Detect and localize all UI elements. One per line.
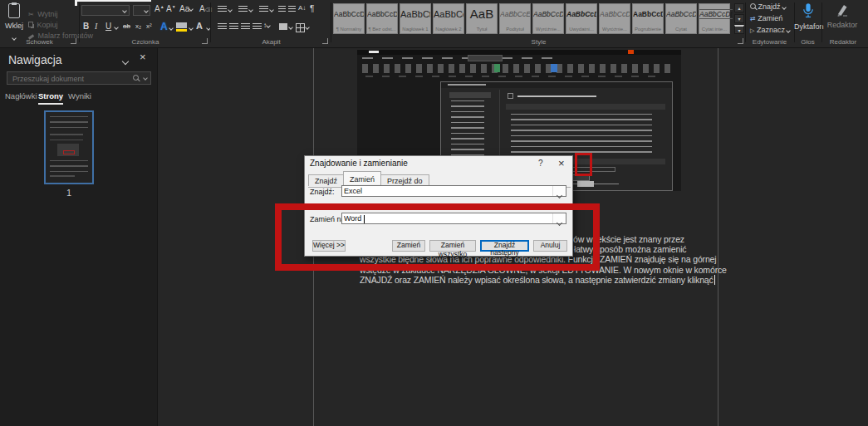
- multilevel-list-icon[interactable]: [259, 6, 268, 12]
- styles-dialog-launcher[interactable]: [738, 38, 743, 44]
- style-intense-quote[interactable]: AaBbCcDtCytat inte...: [699, 3, 730, 34]
- align-left-icon[interactable]: [218, 23, 227, 30]
- search-icon: [750, 3, 756, 9]
- style-title[interactable]: AaBTytuł: [466, 3, 498, 34]
- borders-icon[interactable]: [296, 23, 305, 32]
- chevron-down-icon[interactable]: [269, 7, 274, 12]
- style-subtle-emphasis[interactable]: AaBbCcDtWyróżnie...: [532, 3, 564, 34]
- style-heading1[interactable]: AaBbCtNagłówek 1: [400, 3, 431, 34]
- style-emphasis[interactable]: AaBbCcDtUwydatni...: [566, 3, 597, 34]
- find-button[interactable]: Znajdź: [750, 2, 786, 11]
- thumbnail-text-lines: [50, 134, 83, 142]
- align-center-icon[interactable]: [229, 23, 238, 30]
- chevron-down-icon: [189, 7, 194, 12]
- bold-button[interactable]: B: [83, 22, 89, 31]
- find-label: Znajdź:: [310, 188, 335, 196]
- paste-button[interactable]: Wklej: [2, 2, 26, 37]
- chevron-down-icon[interactable]: [114, 25, 119, 30]
- select-button[interactable]: ▷ Zaznacz: [750, 26, 790, 34]
- mini-icon-blue: [551, 64, 557, 72]
- search-input[interactable]: [11, 73, 126, 85]
- font-dialog-launcher[interactable]: [202, 38, 208, 44]
- gallery-scroll-up-button[interactable]: ▴: [734, 3, 744, 12]
- shrink-font-button[interactable]: A▼: [166, 4, 176, 13]
- text-cursor: ​: [714, 275, 715, 285]
- text-effects-button[interactable]: A: [160, 21, 168, 32]
- font-name-combobox[interactable]: [81, 5, 130, 16]
- help-icon[interactable]: ?: [538, 159, 543, 168]
- justify-icon[interactable]: [253, 23, 262, 30]
- page-thumbnail[interactable]: [44, 110, 94, 184]
- font-color-button[interactable]: A: [196, 21, 203, 31]
- gallery-scroll-down-button[interactable]: ▾: [734, 14, 744, 23]
- change-case-button[interactable]: Aa: [179, 4, 193, 13]
- gallery-more-button[interactable]: ▾: [734, 25, 744, 34]
- font-group-label: Czcionka: [81, 38, 210, 46]
- italic-button[interactable]: I: [95, 22, 97, 31]
- chevron-down-icon[interactable]: [248, 7, 253, 12]
- highlight-color-button[interactable]: [176, 22, 187, 28]
- style-strong[interactable]: AaBbCcDcPogrubienie: [632, 3, 664, 34]
- mini-checkbox-rows: [511, 114, 652, 154]
- tab-find[interactable]: Znajdź: [308, 174, 344, 186]
- chevron-down-icon[interactable]: [122, 58, 129, 65]
- mini-section-bar: [506, 104, 665, 110]
- navigation-title: Nawigacja: [8, 53, 62, 66]
- clipboard-clip: [12, 2, 17, 5]
- clipboard-dialog-launcher[interactable]: [71, 38, 76, 44]
- style-heading2[interactable]: AaBbCcENagłówek 2: [433, 3, 464, 34]
- style-intense-emphasis[interactable]: AaBbCcDtWyróżnie...: [599, 3, 630, 34]
- chevron-down-icon[interactable]: [169, 26, 174, 31]
- sort-icon[interactable]: A↓: [298, 4, 306, 12]
- style-no-spacing[interactable]: AaBbCcDc¶ Bez odst...: [366, 3, 398, 34]
- shading-icon[interactable]: [279, 23, 287, 30]
- nav-tab-pages[interactable]: Strony: [38, 91, 63, 105]
- find-dropdown-button[interactable]: [552, 186, 566, 196]
- chevron-down-icon: [787, 28, 792, 33]
- strikethrough-button[interactable]: ab: [123, 22, 130, 30]
- bullet-list-icon[interactable]: [218, 6, 227, 12]
- find-input[interactable]: [344, 186, 535, 196]
- chevron-down-icon[interactable]: [189, 26, 194, 31]
- superscript-button[interactable]: x²: [146, 22, 152, 30]
- mini-close-highlight: [628, 50, 634, 54]
- thumbnail-text-lines: [50, 160, 88, 172]
- chevron-down-icon[interactable]: [288, 25, 293, 30]
- close-icon[interactable]: ×: [558, 157, 565, 169]
- style-quote[interactable]: AaBbCcDtCytat: [665, 3, 697, 34]
- pilcrow-icon[interactable]: ¶: [310, 4, 314, 13]
- chevron-down-icon[interactable]: [143, 76, 148, 81]
- nav-tab-results[interactable]: Wyniki: [68, 91, 91, 100]
- find-combobox[interactable]: [341, 185, 566, 197]
- grow-font-button[interactable]: A▲: [154, 4, 164, 13]
- paragraph-dialog-launcher[interactable]: [322, 38, 328, 44]
- editor-label: Redaktor: [823, 21, 861, 29]
- dictate-button[interactable]: Dyktafon: [794, 2, 821, 31]
- highlight-color-bar: [176, 29, 187, 32]
- chevron-down-icon: [144, 8, 149, 13]
- font-size-combobox[interactable]: [133, 5, 150, 16]
- increase-indent-icon[interactable]: [288, 6, 296, 12]
- replace-button[interactable]: ⇄ Zamień: [750, 14, 782, 22]
- numbered-list-icon[interactable]: [238, 6, 248, 12]
- search-box[interactable]: [7, 71, 151, 85]
- style-normal[interactable]: AaBbCcDc¶ Normalny: [333, 3, 365, 34]
- thumbnail-text-lines: [50, 116, 88, 131]
- tab-replace[interactable]: Zamień: [343, 171, 381, 184]
- subscript-button[interactable]: x₂: [135, 22, 141, 30]
- line-spacing-icon[interactable]: ↕: [263, 22, 270, 29]
- style-subtitle[interactable]: AaBbCcEPodtytuł: [499, 3, 531, 34]
- nav-tab-headings[interactable]: Nagłówki: [5, 91, 37, 100]
- chevron-down-icon[interactable]: [228, 7, 233, 12]
- screen-artifact: [75, 0, 77, 6]
- editor-button[interactable]: Redaktor: [823, 3, 861, 29]
- align-right-icon[interactable]: [241, 23, 250, 30]
- tab-goto[interactable]: Przejdź do: [380, 174, 429, 186]
- thumbnail-text-lines: [50, 175, 75, 180]
- decrease-indent-icon[interactable]: [278, 6, 286, 12]
- close-icon[interactable]: ×: [140, 51, 146, 63]
- thumbnail-image: [57, 144, 79, 156]
- styles-group-label: Style: [332, 38, 745, 46]
- underline-button[interactable]: U: [105, 22, 111, 31]
- chevron-down-icon[interactable]: [305, 25, 310, 30]
